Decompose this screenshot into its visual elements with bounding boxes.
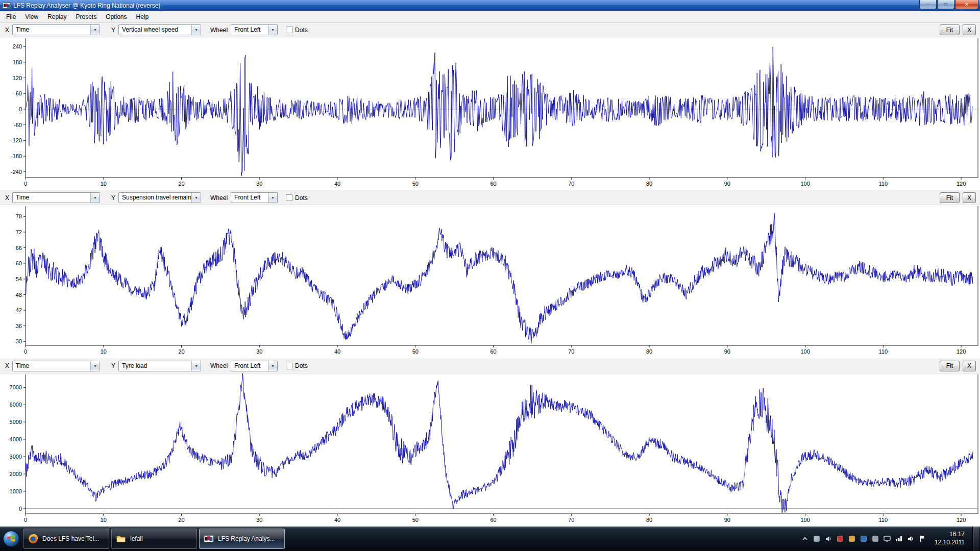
hidden-icons-chevron[interactable]	[801, 534, 810, 543]
svg-text:180: 180	[13, 59, 22, 65]
menu-presets[interactable]: Presets	[71, 11, 102, 22]
chart-panel-suspension-travel: X Time ▼ Y Suspension travel remaining ▼…	[0, 190, 980, 358]
fit-button[interactable]: Fit	[940, 192, 960, 203]
svg-text:66: 66	[16, 245, 22, 251]
svg-text:-60: -60	[14, 122, 22, 128]
fit-button[interactable]: Fit	[940, 361, 960, 371]
taskbar-button-folder[interactable]: lefall	[111, 529, 197, 549]
svg-text:10: 10	[101, 517, 107, 523]
menu-view[interactable]: View	[20, 11, 43, 22]
svg-text:120: 120	[957, 348, 966, 355]
x-axis-select[interactable]: Time ▼	[12, 192, 100, 203]
menu-file[interactable]: File	[2, 11, 20, 22]
svg-text:100: 100	[800, 348, 810, 355]
svg-text:6000: 6000	[10, 402, 22, 408]
chart-canvas-vertical-wheel-speed[interactable]: 240180120600-60-120-180-2400102030405060…	[0, 37, 980, 190]
chevron-down-icon: ▼	[268, 361, 277, 371]
tray-clock[interactable]: 16:17 12.10.2011	[935, 531, 965, 546]
wheel-select[interactable]: Front Left ▼	[231, 192, 278, 203]
chevron-down-icon: ▼	[90, 361, 100, 371]
svg-text:0: 0	[24, 181, 27, 187]
show-desktop-button[interactable]	[972, 527, 979, 551]
svg-text:120: 120	[957, 181, 966, 187]
close-panel-button[interactable]: X	[963, 24, 976, 35]
x-axis-select[interactable]: Time ▼	[12, 361, 100, 371]
svg-text:90: 90	[724, 348, 730, 355]
svg-text:70: 70	[568, 348, 574, 355]
taskbar: Does LFS have Tel... lefall LFS Repl	[0, 527, 980, 551]
svg-text:110: 110	[879, 517, 888, 523]
svg-text:0: 0	[24, 517, 27, 523]
chart-canvas-tyre-load[interactable]: 7000600050004000300020001000001020304050…	[0, 373, 980, 527]
close-button[interactable]: ✕	[955, 0, 978, 9]
dots-checkbox[interactable]	[286, 194, 292, 201]
safely-remove-icon[interactable]	[871, 534, 880, 543]
dots-checkbox[interactable]	[286, 27, 292, 33]
dots-checkbox[interactable]	[286, 363, 292, 369]
chevron-down-icon: ▼	[191, 361, 201, 371]
power-meter-icon[interactable]	[813, 534, 821, 543]
app-icon	[3, 2, 11, 10]
wheel-label: Wheel	[210, 194, 228, 202]
wheel-select[interactable]: Front Left ▼	[231, 361, 278, 371]
svg-text:110: 110	[879, 348, 888, 355]
x-axis-label: X	[5, 362, 9, 369]
y-axis-select[interactable]: Vertical wheel speed ▼	[118, 24, 201, 35]
desktop: LFS Replay Analyser @ Kyoto Ring Nationa…	[0, 0, 980, 551]
taskbar-button-lfs-analyser[interactable]: LFS Replay Analys...	[199, 529, 285, 549]
chevron-down-icon: ▼	[90, 193, 100, 203]
svg-text:70: 70	[568, 181, 574, 187]
svg-text:72: 72	[16, 229, 22, 235]
chevron-down-icon: ▼	[90, 25, 100, 35]
svg-text:30: 30	[16, 339, 22, 345]
svg-text:80: 80	[646, 181, 652, 187]
close-panel-button[interactable]: X	[963, 361, 976, 371]
menu-options[interactable]: Options	[101, 11, 131, 22]
y-axis-select[interactable]: Tyre load ▼	[118, 361, 201, 371]
svg-text:40: 40	[334, 181, 340, 187]
network-icon[interactable]	[895, 534, 903, 543]
minimize-button[interactable]: –	[919, 0, 937, 9]
x-axis-select[interactable]: Time ▼	[12, 24, 100, 35]
svg-text:60: 60	[490, 348, 496, 355]
chevron-down-icon: ▼	[268, 193, 277, 203]
svg-text:2000: 2000	[10, 471, 22, 477]
fit-button[interactable]: Fit	[940, 24, 960, 35]
svg-text:60: 60	[16, 90, 22, 96]
svg-text:20: 20	[178, 348, 184, 355]
svg-text:50: 50	[412, 348, 419, 355]
start-button[interactable]	[0, 527, 22, 551]
chevron-down-icon: ▼	[191, 193, 201, 203]
y-axis-label: Y	[111, 27, 115, 34]
taskbar-button-label: Does LFS have Tel...	[42, 535, 99, 542]
taskbar-button-firefox[interactable]: Does LFS have Tel...	[23, 529, 109, 549]
menu-replay[interactable]: Replay	[43, 11, 71, 22]
maximize-button[interactable]: □	[937, 0, 954, 9]
update-icon[interactable]	[848, 534, 856, 543]
svg-text:-240: -240	[11, 169, 22, 175]
menubar: File View Replay Presets Options Help	[0, 11, 980, 22]
firefox-icon	[28, 534, 38, 544]
dots-label: Dots	[295, 194, 308, 202]
chart-canvas-suspension-travel[interactable]: 7872666054484236300102030405060708090100…	[0, 205, 980, 358]
antivirus-icon[interactable]	[836, 534, 845, 543]
svg-text:30: 30	[256, 181, 262, 187]
volume-icon[interactable]	[906, 534, 915, 543]
svg-text:90: 90	[724, 517, 730, 523]
speaker-device-icon[interactable]	[824, 534, 833, 543]
y-axis-select[interactable]: Suspension travel remaining ▼	[118, 192, 201, 203]
svg-text:3000: 3000	[10, 454, 22, 460]
svg-text:10: 10	[101, 181, 107, 187]
chart-toolbar: X Time ▼ Y Vertical wheel speed ▼ Wheel …	[0, 22, 980, 37]
chart-toolbar: X Time ▼ Y Tyre load ▼ Wheel Front Left …	[0, 359, 980, 373]
menu-help[interactable]: Help	[132, 11, 154, 22]
svg-text:80: 80	[646, 348, 652, 355]
svg-text:48: 48	[16, 292, 22, 298]
window-titlebar[interactable]: LFS Replay Analyser @ Kyoto Ring Nationa…	[0, 0, 980, 11]
action-center-flag-icon[interactable]	[918, 534, 927, 543]
bluetooth-icon[interactable]	[860, 534, 868, 543]
wheel-select[interactable]: Front Left ▼	[231, 24, 278, 35]
close-panel-button[interactable]: X	[963, 192, 976, 203]
display-icon[interactable]	[883, 534, 892, 543]
svg-text:40: 40	[334, 517, 340, 523]
